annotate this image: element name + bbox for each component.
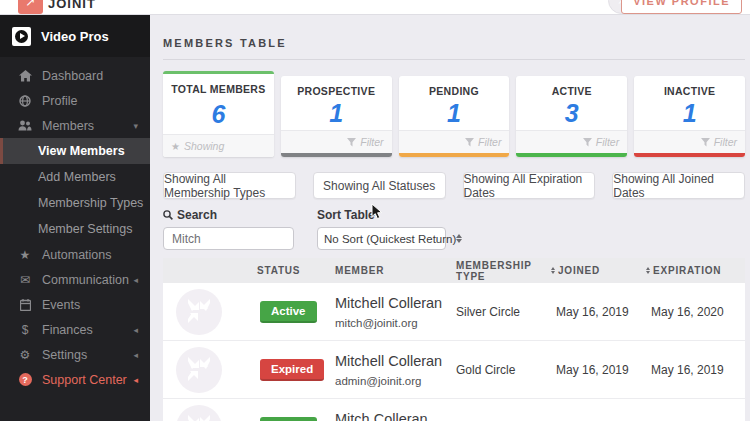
member-cell: Mitchell Colleran admin@joinit.org [333, 353, 453, 387]
sidebar-subitem-label: Add Members [38, 170, 116, 184]
table-row[interactable]: Active Mitch Colleran support@joinit.org… [163, 399, 745, 421]
stat-accent-bar [399, 153, 510, 157]
gear-icon: ⚙ [17, 348, 33, 362]
member-avatar [163, 289, 249, 335]
sidebar-item-label: Support Center [42, 373, 127, 387]
header-joined[interactable]: JOINED [546, 265, 641, 276]
sort-icon [646, 267, 650, 274]
play-icon [12, 27, 31, 46]
expiration-cell: May 16, 2019 [641, 363, 745, 377]
calendar-icon [17, 299, 33, 311]
filter-buttons: Showing All Membership Types Showing All… [163, 172, 745, 199]
sidebar-item-label: Settings [42, 348, 87, 362]
sidebar-nav: Dashboard Profile Members ▾ View Members… [0, 57, 150, 392]
stat-footer: Filter [516, 130, 627, 153]
member-cell: Mitch Colleran support@joinit.org [333, 411, 453, 421]
filter-funnel-icon [465, 138, 474, 147]
filter-funnel-icon [347, 138, 356, 147]
sidebar-item-events[interactable]: Events [0, 292, 150, 317]
sidebar-subitem-add-members[interactable]: Add Members [0, 164, 150, 190]
sidebar-subitem-membership-types[interactable]: Membership Types [0, 190, 150, 216]
member-name: Mitchell Colleran [335, 295, 453, 311]
sort-selected-option: No Sort (Quickest Return) [324, 233, 456, 245]
joinit-arrows-icon [176, 405, 222, 421]
sidebar-subitem-label: Member Settings [38, 222, 132, 236]
sidebar-subitem-label: Membership Types [38, 196, 143, 210]
stat-label: PENDING [399, 85, 510, 97]
sidebar-item-communication[interactable]: ✉ Communication ◂ [0, 267, 150, 292]
member-name: Mitchell Colleran [335, 353, 453, 369]
status-cell: Expired [249, 359, 333, 381]
stat-card-active[interactable]: ACTIVE 3 Filter [516, 76, 627, 157]
status-badge: Active [260, 301, 317, 323]
sidebar-item-dashboard[interactable]: Dashboard [0, 63, 150, 88]
stat-footer-label: Filter [596, 136, 619, 148]
sidebar-item-profile[interactable]: Profile [0, 88, 150, 113]
stat-label: TOTAL MEMBERS [163, 83, 274, 95]
header-membership-type: MEMBERSHIP TYPE [453, 260, 546, 282]
sidebar-item-support-center[interactable]: ? Support Center ◂ [0, 367, 150, 392]
page-title: MEMBERS TABLE [163, 15, 745, 49]
sort-select[interactable]: No Sort (Quickest Return) [317, 227, 446, 250]
status-cell: Active [249, 417, 333, 421]
member-cell: Mitchell Colleran mitch@joinit.org [333, 295, 453, 329]
sidebar-item-label: Profile [42, 94, 77, 108]
filter-membership-types-button[interactable]: Showing All Membership Types [163, 172, 296, 199]
stat-footer: Filter [399, 130, 510, 153]
sidebar-item-finances[interactable]: $ Finances ◂ [0, 317, 150, 342]
sidebar-item-settings[interactable]: ⚙ Settings ◂ [0, 342, 150, 367]
header-expiration[interactable]: EXPIRATION [641, 265, 745, 276]
sidebar-item-automations[interactable]: ★ Automations [0, 242, 150, 267]
joinit-arrows-icon [176, 347, 222, 393]
stat-card-prospective[interactable]: PROSPECTIVE 1 Filter [281, 76, 392, 157]
mouse-cursor [371, 203, 385, 221]
divider [163, 59, 745, 60]
header-status: STATUS [249, 265, 333, 276]
table-row[interactable]: Active Mitchell Colleran mitch@joinit.or… [163, 283, 745, 341]
table-controls: Search Sort Table No Sort (Quickest Retu… [163, 208, 745, 250]
joined-cell: May 16, 2019 [546, 305, 641, 319]
sidebar-item-label: Automations [42, 248, 111, 262]
chevron-down-icon: ▾ [133, 121, 138, 131]
filter-funnel-icon [701, 138, 710, 147]
filter-joined-dates-button[interactable]: Showing All Joined Dates [612, 172, 745, 199]
stat-footer-label: Filter [478, 136, 501, 148]
sidebar-subitem-member-settings[interactable]: Member Settings [0, 216, 150, 242]
chevron-left-icon: ◂ [133, 275, 138, 285]
stat-card-total-members[interactable]: TOTAL MEMBERS 6 ★ Showing [163, 71, 274, 157]
member-avatar [163, 347, 249, 393]
sidebar-item-members[interactable]: Members ▾ [0, 113, 150, 138]
search-label: Search [163, 208, 294, 222]
stat-footer: Filter [634, 130, 745, 153]
stat-footer: ★ Showing [163, 134, 274, 157]
sidebar-subitem-label: View Members [38, 144, 125, 158]
chevron-left-icon: ◂ [133, 325, 138, 335]
star-icon: ★ [171, 141, 180, 152]
expiration-cell: May 16, 2020 [641, 305, 745, 319]
membership-type-cell: Gold Circle [453, 363, 546, 377]
stat-value: 3 [516, 97, 627, 130]
stat-value: 1 [281, 97, 392, 130]
stat-label: PROSPECTIVE [281, 85, 392, 97]
arrow-up-right-icon: ↗ [25, 0, 35, 9]
sidebar-subitem-view-members[interactable]: View Members [0, 138, 150, 164]
filter-statuses-button[interactable]: Showing All Statuses [313, 172, 446, 199]
topbar: ↗ JOINIT ↗ ▾ VIEW PROFILE [0, 0, 750, 15]
stat-card-inactive[interactable]: INACTIVE 1 Filter [634, 76, 745, 157]
brand-logo[interactable]: ↗ [18, 0, 43, 14]
search-input[interactable] [163, 227, 294, 250]
stat-accent-bar [634, 153, 745, 157]
view-profile-button[interactable]: VIEW PROFILE [621, 0, 742, 14]
star-icon: ★ [17, 248, 33, 262]
select-stepper-icon [456, 234, 462, 243]
filter-expiration-dates-button[interactable]: Showing All Expiration Dates [463, 172, 596, 199]
stat-card-pending[interactable]: PENDING 1 Filter [399, 76, 510, 157]
header-member: MEMBER [333, 265, 453, 276]
chevron-left-icon: ◂ [133, 375, 138, 385]
team-name: Video Pros [41, 29, 109, 44]
sidebar: Video Pros Dashboard Profile Members [0, 15, 150, 421]
stat-value: 1 [399, 97, 510, 130]
stat-footer: Filter [281, 130, 392, 153]
joined-cell: May 16, 2019 [546, 363, 641, 377]
table-row[interactable]: Expired Mitchell Colleran admin@joinit.o… [163, 341, 745, 399]
